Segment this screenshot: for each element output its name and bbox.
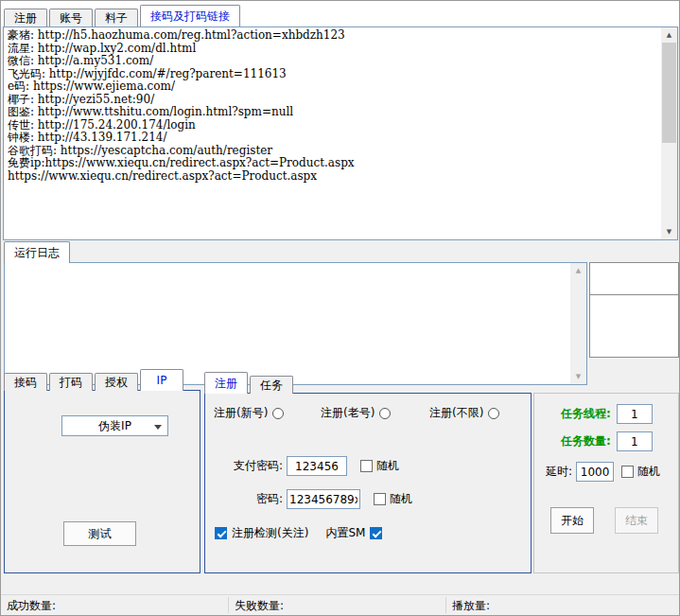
delay-random-label: 随机 (637, 464, 660, 480)
tab-register[interactable]: 注册 (4, 9, 47, 26)
count-input[interactable] (617, 431, 653, 451)
threads-input[interactable] (617, 404, 653, 424)
play-count-label: 播放量: (452, 598, 490, 614)
tab-links[interactable]: 接码及打码链接 (140, 5, 240, 26)
test-button[interactable]: 测试 (63, 521, 136, 546)
left-tabstrip: 接码 打码 授权 IP (4, 369, 185, 391)
radio-unlimited-label: 注册(不限) (429, 405, 483, 421)
chevron-down-icon (154, 425, 162, 430)
pay-password-random-checkbox[interactable] (360, 460, 373, 472)
delay-row: 延时: 随机 (546, 462, 660, 482)
delay-random-checkbox[interactable] (621, 466, 634, 478)
pay-password-input[interactable] (287, 456, 347, 476)
status-separator (228, 597, 229, 613)
tab-run-log[interactable]: 运行日志 (4, 241, 70, 263)
tab-account[interactable]: 账号 (49, 9, 93, 26)
app-window: 注册 账号 料子 接码及打码链接 豪猪: http://h5.haozhuma.… (0, 0, 680, 616)
delay-input[interactable] (576, 462, 614, 482)
delay-label: 延时: (546, 464, 572, 480)
main-tabstrip: 注册 账号 料子 接码及打码链接 (4, 5, 242, 26)
stop-button[interactable]: 结束 (615, 507, 658, 534)
scroll-down-icon[interactable]: ▼ (570, 369, 586, 384)
log-scrollbar[interactable]: ▲ ▼ (570, 263, 586, 384)
log-textarea[interactable]: ▲ ▼ (4, 262, 587, 385)
start-button[interactable]: 开始 (550, 507, 594, 534)
tab-task[interactable]: 任务 (250, 376, 293, 394)
tab-captcha[interactable]: 打码 (49, 373, 93, 391)
scrollbar-thumb[interactable] (662, 43, 676, 143)
status-separator (445, 597, 446, 613)
radio-unlimited-circle[interactable] (488, 408, 499, 419)
scrollbar-track[interactable] (570, 278, 586, 369)
radio-new-label: 注册(新号) (214, 405, 268, 421)
password-input[interactable] (287, 489, 360, 509)
threads-label: 任务线程: (561, 406, 611, 422)
scroll-up-icon[interactable]: ▲ (570, 263, 586, 278)
radio-register-new[interactable]: 注册(新号) (214, 405, 284, 421)
radio-register-old[interactable]: 注册(老号) (321, 405, 391, 421)
tab-receive-code[interactable]: 接码 (4, 373, 47, 391)
count-label: 任务数量: (561, 433, 611, 449)
count-row: 任务数量: (561, 431, 653, 451)
status-bar: 成功数量: 失败数量: 播放量: (1, 594, 679, 615)
scroll-up-icon[interactable]: ▲ (661, 27, 677, 43)
pay-password-label: 支付密码: (226, 458, 283, 474)
password-label: 密码: (226, 491, 283, 507)
task-settings-panel: 任务线程: 任务数量: 延时: 随机 开始 结束 (533, 393, 679, 573)
mid-tabstrip: 注册 任务 (204, 372, 295, 394)
radio-register-unlimited[interactable]: 注册(不限) (429, 405, 499, 421)
password-random-label: 随机 (390, 491, 412, 507)
fake-ip-selected-value: 伪装IP (98, 418, 131, 434)
builtin-sm-label: 内置SM (325, 525, 365, 541)
fail-count-label: 失败数量: (235, 598, 284, 614)
tab-ip[interactable]: IP (140, 369, 183, 391)
links-scrollbar[interactable]: ▲ ▼ (661, 27, 677, 239)
password-row: 密码: 随机 (226, 489, 412, 509)
password-random-checkbox[interactable] (374, 493, 386, 505)
tab-material[interactable]: 料子 (95, 9, 138, 26)
register-checks-row: 注册检测(关注) 内置SM (215, 525, 382, 541)
fake-ip-select[interactable]: 伪装IP (61, 415, 168, 436)
register-panel: 注册(新号) 注册(老号) 注册(不限) 支付密码: 随机 密码: 随机 注册检… (204, 393, 532, 573)
scroll-down-icon[interactable]: ▼ (661, 224, 677, 239)
side-list-panel[interactable] (589, 262, 679, 358)
pay-password-row: 支付密码: 随机 (226, 456, 399, 476)
threads-row: 任务线程: (561, 404, 653, 424)
scrollbar-track[interactable] (661, 43, 677, 224)
tab-auth[interactable]: 授权 (95, 373, 138, 391)
links-text: 豪猪: http://h5.haozhuma.com/reg.html?acti… (8, 29, 658, 238)
success-count-label: 成功数量: (7, 598, 56, 614)
ip-panel: 伪装IP 测试 (4, 390, 201, 573)
radio-old-circle[interactable] (379, 408, 391, 419)
register-detect-checkbox[interactable] (215, 527, 227, 539)
log-tabstrip: 运行日志 (4, 241, 72, 263)
register-detect-label: 注册检测(关注) (232, 525, 308, 541)
side-list-divider (590, 294, 678, 295)
radio-old-label: 注册(老号) (321, 405, 375, 421)
radio-new-circle[interactable] (272, 408, 284, 419)
builtin-sm-checkbox[interactable] (370, 527, 382, 539)
links-textarea[interactable]: 豪猪: http://h5.haozhuma.com/reg.html?acti… (3, 26, 678, 240)
tab-register-settings[interactable]: 注册 (204, 372, 248, 394)
pay-password-random-label: 随机 (376, 458, 399, 474)
